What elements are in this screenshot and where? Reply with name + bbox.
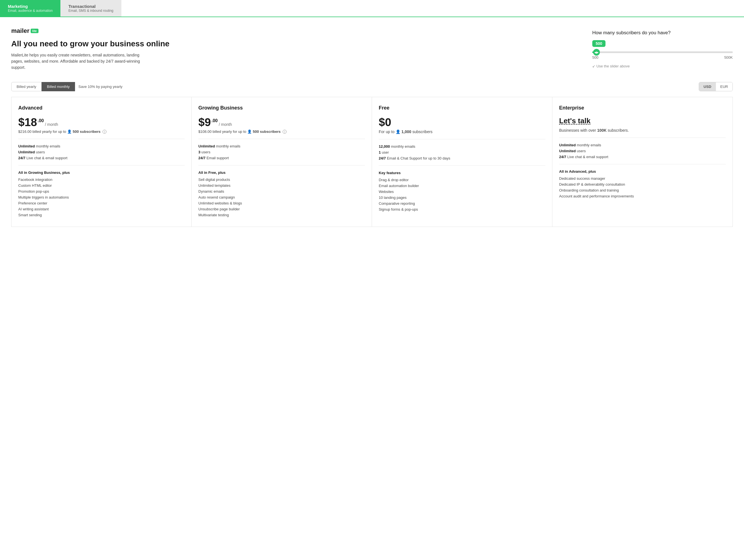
slider-min: 500 bbox=[592, 55, 598, 59]
plan-name: Growing Business bbox=[198, 105, 365, 111]
tab-marketing-subtitle: Email, audience & automation bbox=[8, 9, 52, 13]
billing-row: Billed yearly Billed monthly Save 10% by… bbox=[0, 76, 744, 97]
base-feature: Unlimited monthly emails bbox=[559, 143, 726, 147]
feature-item: Sell digital products bbox=[198, 177, 365, 182]
logo-text: mailer bbox=[11, 27, 30, 35]
divider bbox=[559, 137, 726, 138]
plan-billed: $108.00 billed yearly for up to 👤 500 su… bbox=[198, 129, 365, 134]
tab-transactional-subtitle: Email, SMS & inbound routing bbox=[68, 9, 113, 13]
price-main: $18 bbox=[18, 117, 37, 128]
subscribers-label: How many subscribers do you have? bbox=[592, 30, 733, 36]
billing-toggle-group: Billed yearly Billed monthly Save 10% by… bbox=[11, 82, 122, 91]
base-feature: 24/7 Live chat & email support bbox=[559, 155, 726, 159]
price-main: $0 bbox=[379, 117, 392, 128]
slider-thumb[interactable]: ◀▶ bbox=[593, 49, 600, 55]
slider-thumb-icon: ◀▶ bbox=[594, 51, 599, 54]
slider-max: 500K bbox=[724, 55, 733, 59]
plan-card-growing: Growing Business $9 .00 / month $108.00 … bbox=[192, 97, 372, 227]
billing-yearly-button[interactable]: Billed yearly bbox=[11, 82, 42, 91]
plan-price: $0 bbox=[379, 117, 545, 128]
feature-item: Dedicated success manager bbox=[559, 176, 726, 181]
feature-item: Custom HTML editor bbox=[18, 184, 185, 188]
plan-billed: $216.00 billed yearly for up to 👤 500 su… bbox=[18, 129, 185, 134]
plan-name: Advanced bbox=[18, 105, 185, 111]
base-feature: 3 users bbox=[198, 150, 365, 154]
feature-item: Comparative reporting bbox=[379, 201, 545, 206]
feature-item: Multiple triggers in automations bbox=[18, 195, 185, 199]
logo: mailer lite bbox=[11, 27, 575, 35]
billing-monthly-button[interactable]: Billed monthly bbox=[42, 82, 75, 91]
base-feature: 1 user bbox=[379, 150, 545, 155]
billing-save-text: Save 10% by paying yearly bbox=[78, 84, 122, 89]
base-feature: 24/7 Live chat & email support bbox=[18, 156, 185, 160]
info-icon[interactable]: i bbox=[103, 130, 107, 134]
feature-item: Email automation builder bbox=[379, 184, 545, 188]
divider bbox=[559, 164, 726, 164]
plan-name: Free bbox=[379, 105, 545, 111]
divider bbox=[379, 165, 545, 166]
divider bbox=[18, 165, 185, 165]
price-period: / month bbox=[219, 117, 232, 127]
enterprise-description: Businesses with over 100K subscribers. bbox=[559, 128, 726, 132]
features-section-title: All in Advanced, plus bbox=[559, 169, 726, 173]
divider bbox=[198, 165, 365, 165]
feature-item: Websites bbox=[379, 190, 545, 194]
slider-hint: Use the slider above bbox=[592, 64, 733, 68]
hero-left: mailer lite All you need to grow your bu… bbox=[11, 27, 575, 71]
base-feature: Unlimited users bbox=[18, 150, 185, 154]
currency-eur-button[interactable]: EUR bbox=[716, 82, 733, 91]
base-feature: 24/7 Email support bbox=[198, 156, 365, 160]
slider-labels: 500 500K bbox=[592, 55, 733, 59]
hero-title: All you need to grow your business onlin… bbox=[11, 39, 575, 49]
features-section-title: All in Free, plus bbox=[198, 170, 365, 175]
base-feature: Unlimited monthly emails bbox=[198, 144, 365, 148]
hero-section: mailer lite All you need to grow your bu… bbox=[0, 17, 744, 76]
feature-item: Preference center bbox=[18, 201, 185, 205]
plan-card-free: Free $0 For up to 👤 1,000 subscribers 12… bbox=[372, 97, 552, 227]
plan-name: Enterprise bbox=[559, 105, 726, 111]
features-section-title: Key features bbox=[379, 171, 545, 175]
plan-price: $18 .00 / month bbox=[18, 117, 185, 128]
enterprise-lets-talk: Let's talk bbox=[559, 117, 726, 125]
plan-card-enterprise: Enterprise Let's talk Businesses with ov… bbox=[552, 97, 733, 227]
tab-transactional-title: Transactional bbox=[68, 4, 113, 9]
tab-transactional[interactable]: Transactional Email, SMS & inbound routi… bbox=[61, 0, 121, 16]
feature-item: Dedicated IP & deliverability consultati… bbox=[559, 182, 726, 187]
feature-item: Smart sending bbox=[18, 213, 185, 217]
feature-item: Multivariate testing bbox=[198, 213, 365, 217]
feature-item: 10 landing pages bbox=[379, 196, 545, 200]
slider-tooltip: 500 bbox=[592, 40, 605, 47]
pricing-grid: Advanced $18 .00 / month $216.00 billed … bbox=[0, 97, 744, 238]
plan-card-advanced: Advanced $18 .00 / month $216.00 billed … bbox=[11, 97, 192, 227]
top-tabs: Marketing Email, audience & automation T… bbox=[0, 0, 744, 17]
feature-item: Drag & drop editor bbox=[379, 178, 545, 182]
feature-item: Account audit and performance improvemen… bbox=[559, 194, 726, 198]
base-feature: 24/7 Email & Chat Support for up to 30 d… bbox=[379, 156, 545, 160]
features-section-title: All in Growing Business, plus bbox=[18, 170, 185, 175]
feature-item: Auto resend campaign bbox=[198, 195, 365, 199]
tab-marketing-title: Marketing bbox=[8, 4, 52, 9]
feature-item: Facebook integration bbox=[18, 177, 185, 182]
base-feature: 12,000 monthly emails bbox=[379, 144, 545, 149]
divider bbox=[198, 139, 365, 139]
plan-price: $9 .00 / month bbox=[198, 117, 365, 128]
feature-item: Signup forms & pop-ups bbox=[379, 207, 545, 211]
feature-item: Unlimited templates bbox=[198, 184, 365, 188]
currency-toggle: USD EUR bbox=[699, 82, 733, 91]
divider bbox=[18, 139, 185, 139]
feature-item: Unsubscribe page builder bbox=[198, 207, 365, 211]
logo-badge: lite bbox=[31, 29, 38, 33]
price-period: / month bbox=[45, 117, 58, 127]
slider-track: ◀▶ bbox=[592, 51, 733, 53]
hero-description: MailerLite helps you easily create newsl… bbox=[11, 52, 146, 71]
price-cents: .00 bbox=[38, 117, 44, 123]
subscribers-section: How many subscribers do you have? 500 ◀▶… bbox=[592, 27, 733, 68]
feature-item: Dynamic emails bbox=[198, 189, 365, 194]
price-cents: .00 bbox=[212, 117, 218, 123]
base-feature: Unlimited monthly emails bbox=[18, 144, 185, 148]
info-icon[interactable]: i bbox=[283, 130, 287, 134]
currency-usd-button[interactable]: USD bbox=[699, 82, 716, 91]
feature-item: Onboarding consultation and training bbox=[559, 188, 726, 192]
base-feature: Unlimited users bbox=[559, 149, 726, 153]
tab-marketing[interactable]: Marketing Email, audience & automation bbox=[0, 0, 61, 16]
